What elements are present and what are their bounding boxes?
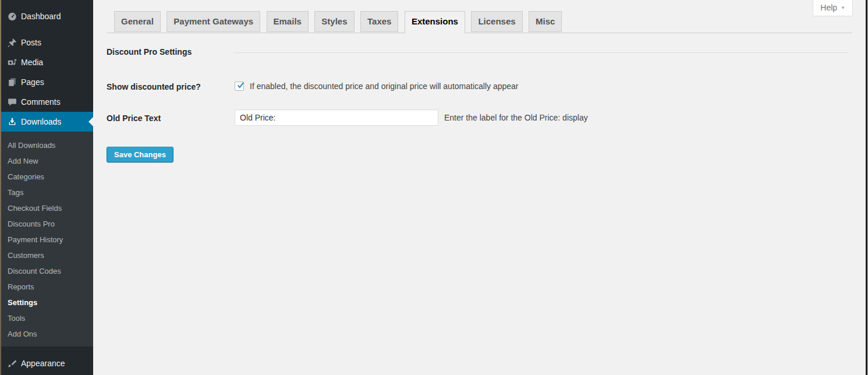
submenu-item-customers[interactable]: Customers (1, 247, 93, 263)
submenu-item-all-downloads[interactable]: All Downloads (1, 137, 93, 153)
submenu-item-settings[interactable]: Settings (1, 295, 93, 310)
download-icon (7, 116, 17, 127)
dashboard-icon (7, 11, 17, 22)
pages-icon (7, 77, 17, 87)
comments-icon (7, 97, 17, 107)
section-title: Discount Pro Settings (107, 47, 235, 56)
tab-emails[interactable]: Emails (267, 11, 309, 32)
window-edge-right (866, 0, 868, 375)
settings-tabs: General Payment Gateways Emails Styles T… (107, 0, 852, 33)
section-header-row: Discount Pro Settings (107, 47, 852, 56)
tab-misc[interactable]: Misc (529, 11, 562, 32)
submenu-item-checkout-fields[interactable]: Checkout Fields (1, 200, 93, 216)
setting-row-show-discounted-price: Show discounted price? If enabled, the d… (107, 82, 852, 92)
field-description: Enter the label for the Old Price: displ… (444, 113, 588, 122)
sidebar-item-media[interactable]: Media (1, 52, 93, 72)
pin-icon (7, 37, 17, 48)
field-label: Show discounted price? (107, 82, 201, 91)
sidebar-item-pages[interactable]: Pages (1, 72, 93, 92)
sidebar-item-comments[interactable]: Comments (1, 92, 93, 112)
save-changes-button[interactable]: Save Changes (107, 147, 173, 162)
sidebar-item-label: Appearance (21, 359, 65, 368)
old-price-text-input[interactable] (235, 109, 438, 126)
tab-extensions[interactable]: Extensions (405, 11, 465, 34)
wordpress-admin-screen: Dashboard Posts Media Pages Comments (0, 0, 868, 375)
tab-taxes[interactable]: Taxes (360, 11, 398, 32)
field-label: Old Price Text (107, 114, 161, 123)
submenu-item-reports[interactable]: Reports (1, 279, 93, 295)
help-button[interactable]: Help ▼ (813, 0, 853, 16)
sidebar-item-appearance[interactable]: Appearance (1, 353, 93, 373)
submenu-item-discount-codes[interactable]: Discount Codes (1, 263, 93, 279)
submenu-item-add-new[interactable]: Add New (1, 153, 93, 169)
help-label: Help (820, 3, 837, 12)
submenu-item-tags[interactable]: Tags (1, 185, 93, 200)
submenu-item-add-ons[interactable]: Add Ons (1, 326, 93, 342)
tab-licenses[interactable]: Licenses (471, 11, 522, 32)
brush-icon (7, 358, 17, 369)
section-divider (235, 52, 848, 53)
tab-payment-gateways[interactable]: Payment Gateways (166, 11, 260, 32)
settings-page: Help ▼ General Payment Gateways Emails S… (93, 0, 866, 375)
sidebar-item-label: Pages (21, 77, 44, 87)
sidebar-item-label: Posts (21, 38, 41, 47)
checkmark-icon (236, 80, 245, 90)
chevron-down-icon: ▼ (841, 5, 845, 10)
sidebar-item-label: Media (21, 58, 43, 67)
sidebar-item-posts[interactable]: Posts (1, 33, 93, 52)
setting-row-old-price-text: Old Price Text Enter the label for the O… (107, 109, 852, 126)
submenu-item-payment-history[interactable]: Payment History (1, 232, 93, 247)
downloads-submenu: All Downloads Add New Categories Tags Ch… (1, 132, 93, 346)
tab-general[interactable]: General (114, 11, 161, 32)
submenu-item-discounts-pro[interactable]: Discounts Pro (1, 216, 93, 232)
sidebar-item-label: Downloads (21, 117, 61, 126)
media-icon (7, 57, 17, 68)
sidebar-item-downloads[interactable]: Downloads (1, 112, 93, 132)
tab-styles[interactable]: Styles (314, 11, 354, 32)
sidebar-item-dashboard[interactable]: Dashboard (1, 6, 93, 26)
admin-sidebar: Dashboard Posts Media Pages Comments (1, 0, 93, 375)
show-discounted-price-checkbox[interactable] (235, 82, 244, 91)
sidebar-item-label: Comments (21, 97, 61, 107)
sidebar-item-label: Dashboard (21, 12, 61, 21)
submenu-item-categories[interactable]: Categories (1, 169, 93, 185)
field-description: If enabled, the discounted price and ori… (250, 82, 519, 91)
submenu-item-tools[interactable]: Tools (1, 310, 93, 326)
